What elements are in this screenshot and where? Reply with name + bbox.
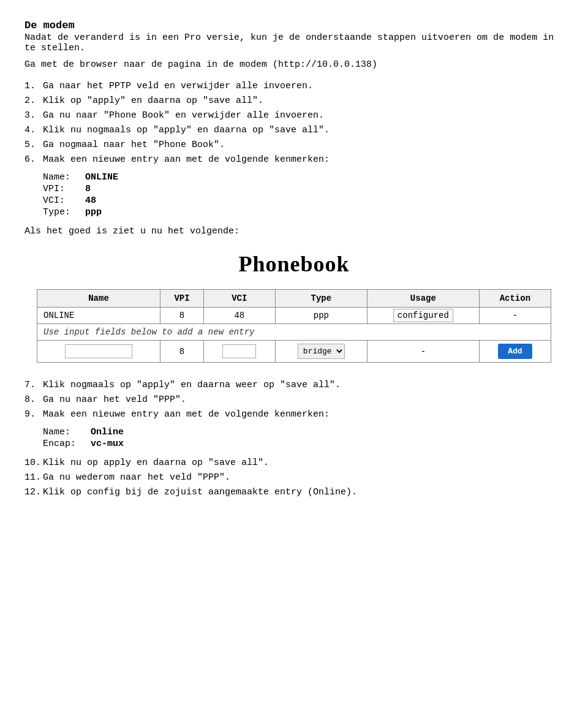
cell-vci: 48 — [204, 308, 276, 324]
info-row: Use input fields below to add a new entr… — [37, 324, 551, 341]
add-type-cell[interactable]: bridge ppp ipoa eoa — [275, 341, 367, 363]
step-3: 3. Ga nu naar "Phone Book" en verwijder … — [24, 110, 564, 121]
page-title: De modem — [24, 20, 564, 31]
step-6: 6. Maak een nieuwe entry aan met de volg… — [24, 154, 564, 165]
step-9: 9. Maak een nieuwe entry aan met de volg… — [24, 409, 564, 420]
add-name-cell[interactable] — [37, 341, 160, 363]
col-header-name: Name — [37, 290, 160, 308]
step-10: 10. Klik nu op apply en daarna op "save … — [24, 458, 564, 468]
col-header-vpi: VPI — [160, 290, 204, 308]
step-1: 1. Ga naar het PPTP veld en verwijder al… — [24, 81, 564, 91]
add-usage-cell: - — [368, 341, 480, 363]
step-8: 8. Ga nu naar het veld "PPP". — [24, 395, 564, 405]
step-2: 2. Klik op "apply" en daarna op "save al… — [24, 96, 564, 106]
phonebook-table-wrapper: Name VPI VCI Type Usage Action ONLINE 8 … — [37, 289, 551, 363]
kenmerken-block-2: Name: Online Encap: vc-mux — [43, 427, 564, 450]
step-4: 4. Klik nu nogmaals op "apply" en daarna… — [24, 125, 564, 135]
phonebook-section: Phonebook — [24, 251, 564, 277]
cell-action: - — [479, 308, 551, 324]
add-vci-cell[interactable] — [204, 341, 276, 363]
info-row-text: Use input fields below to add a new entr… — [37, 324, 551, 341]
browser-instruction: Ga met de browser naar de pagina in de m… — [24, 59, 564, 70]
add-button[interactable]: Add — [498, 344, 532, 359]
intro-text: Nadat de veranderd is in een Pro versie,… — [24, 32, 564, 53]
steps-7-9: 7. Klik nogmaals op "apply" en daarna we… — [24, 380, 564, 420]
steps-1-6: 1. Ga naar het PPTP veld en verwijder al… — [24, 81, 564, 165]
volgende-text: Als het goed is ziet u nu het volgende: — [24, 226, 564, 236]
add-vpi-cell: 8 — [160, 341, 204, 363]
step-5: 5. Ga nogmaal naar het "Phone Book". — [24, 140, 564, 150]
add-button-cell[interactable]: Add — [479, 341, 551, 363]
add-row[interactable]: 8 bridge ppp ipoa eoa - Add — [37, 341, 551, 363]
type-select[interactable]: bridge ppp ipoa eoa — [298, 344, 345, 359]
col-header-usage: Usage — [368, 290, 480, 308]
col-header-type: Type — [275, 290, 367, 308]
table-row: ONLINE 8 48 ppp configured - — [37, 308, 551, 324]
col-header-vci: VCI — [204, 290, 276, 308]
vci-input[interactable] — [222, 344, 256, 358]
phonebook-table: Name VPI VCI Type Usage Action ONLINE 8 … — [37, 289, 551, 363]
steps-10-12: 10. Klik nu op apply en daarna op "save … — [24, 458, 564, 497]
step-12: 12. Klik op config bij de zojuist aangem… — [24, 487, 564, 497]
cell-vpi: 8 — [160, 308, 204, 324]
phonebook-title: Phonebook — [238, 252, 349, 276]
name-input[interactable] — [65, 344, 132, 358]
step-7: 7. Klik nogmaals op "apply" en daarna we… — [24, 380, 564, 390]
col-header-action: Action — [479, 290, 551, 308]
step-11: 11. Ga nu wederom naar het veld "PPP". — [24, 472, 564, 483]
kenmerken-block-1: Name: ONLINE VPI: 8 VCI: 48 Type: ppp — [43, 172, 564, 219]
cell-name: ONLINE — [37, 308, 160, 324]
cell-usage: configured — [368, 308, 480, 324]
cell-type: ppp — [275, 308, 367, 324]
